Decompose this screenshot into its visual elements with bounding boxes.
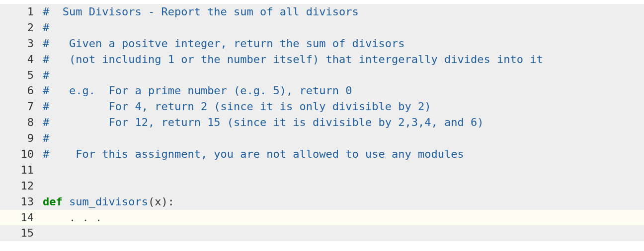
code-token: # Sum Divisors - Report the sum of all d… [43, 5, 359, 18]
line-content [43, 225, 644, 241]
code-line: 5# [0, 67, 644, 83]
code-line: 9# [0, 130, 644, 146]
code-line: 11 [0, 162, 644, 178]
line-content: # (not including 1 or the number itself)… [43, 52, 644, 67]
code-token: # (not including 1 or the number itself)… [43, 53, 543, 65]
line-content: # [43, 20, 644, 36]
code-token: (x): [148, 195, 174, 208]
line-content: # Given a positve integer, return the su… [43, 36, 644, 52]
code-line: 14 . . . [0, 210, 644, 226]
line-content: # [43, 130, 644, 146]
line-content: # e.g. For a prime number (e.g. 5), retu… [43, 83, 644, 99]
code-token: # For this assignment, you are not allow… [43, 148, 464, 160]
line-number: 7 [0, 99, 43, 115]
code-token: # [43, 21, 49, 34]
line-number: 9 [0, 130, 43, 146]
line-number: 13 [0, 194, 43, 210]
code-line: 7# For 4, return 2 (since it is only div… [0, 99, 644, 115]
code-line: 3# Given a positve integer, return the s… [0, 36, 644, 52]
code-token: # [43, 132, 49, 144]
code-line: 4# (not including 1 or the number itself… [0, 52, 644, 67]
line-content: # Sum Divisors - Report the sum of all d… [43, 4, 644, 20]
line-number: 15 [0, 225, 43, 241]
code-line: 1# Sum Divisors - Report the sum of all … [0, 4, 644, 20]
line-number: 8 [0, 115, 43, 130]
line-content: . . . [43, 210, 644, 226]
code-line: 8# For 12, return 15 (since it is divisi… [0, 115, 644, 130]
code-token: # e.g. For a prime number (e.g. 5), retu… [43, 84, 352, 97]
line-content: # For this assignment, you are not allow… [43, 146, 644, 162]
line-number: 5 [0, 67, 43, 83]
code-token: def [43, 195, 63, 208]
code-token: # Given a positve integer, return the su… [43, 37, 404, 50]
line-content [43, 178, 644, 194]
line-number: 11 [0, 162, 43, 178]
line-number: 4 [0, 52, 43, 67]
code-line: 2# [0, 20, 644, 36]
line-content: # For 12, return 15 (since it is divisib… [43, 115, 644, 130]
code-block: 1# Sum Divisors - Report the sum of all … [0, 4, 644, 241]
code-token: . . . [43, 211, 102, 224]
line-content [43, 162, 644, 178]
line-number: 10 [0, 146, 43, 162]
code-token [63, 195, 69, 208]
code-token: sum_divisors [69, 195, 148, 208]
code-line: 13def sum_divisors(x): [0, 194, 644, 210]
line-number: 1 [0, 4, 43, 20]
line-number: 6 [0, 83, 43, 99]
code-line: 12 [0, 178, 644, 194]
line-content: # For 4, return 2 (since it is only divi… [43, 99, 644, 115]
code-token: # For 12, return 15 (since it is divisib… [43, 116, 483, 128]
code-token: # For 4, return 2 (since it is only divi… [43, 100, 431, 113]
line-number: 12 [0, 178, 43, 194]
line-content: # [43, 67, 644, 83]
code-token: # [43, 69, 49, 81]
line-number: 3 [0, 36, 43, 52]
code-line: 6# e.g. For a prime number (e.g. 5), ret… [0, 83, 644, 99]
line-number: 14 [0, 210, 43, 226]
line-number: 2 [0, 20, 43, 36]
line-content: def sum_divisors(x): [43, 194, 644, 210]
code-line: 15 [0, 225, 644, 241]
code-line: 10# For this assignment, you are not all… [0, 146, 644, 162]
